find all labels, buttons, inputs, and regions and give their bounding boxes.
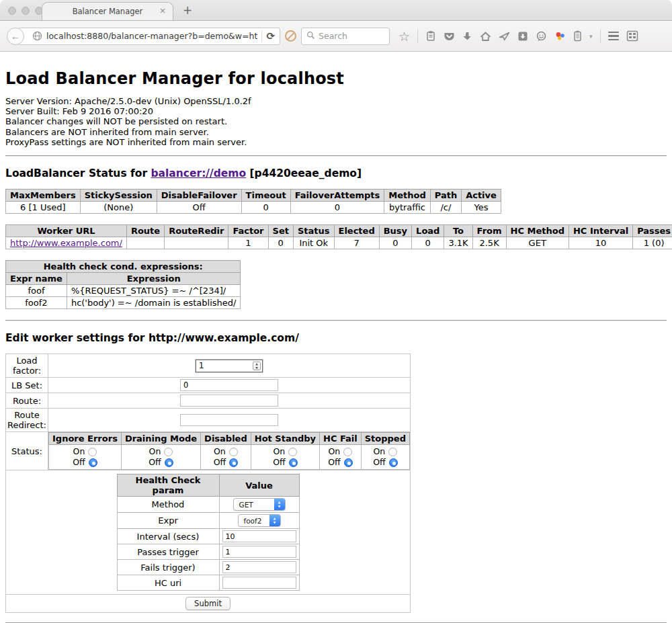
table-cell xyxy=(165,237,228,249)
on-label: On xyxy=(214,446,226,457)
column-header: Load xyxy=(412,225,444,237)
form-row: LB Set: xyxy=(6,378,411,393)
status-on-radio[interactable] xyxy=(343,448,352,456)
text-field[interactable] xyxy=(222,561,296,573)
text-field[interactable] xyxy=(180,379,278,391)
worker-url-link[interactable]: http://www.example.com/ xyxy=(10,238,122,248)
status-on-radio[interactable] xyxy=(229,448,238,456)
download-icon[interactable] xyxy=(462,31,472,42)
search-field[interactable]: Search xyxy=(301,28,390,45)
tab-title: Balancer Manager xyxy=(73,7,143,16)
column-header: RouteRedir xyxy=(165,225,228,237)
off-label: Off xyxy=(373,457,385,468)
menu-icon[interactable] xyxy=(608,32,619,41)
status-on-radio[interactable] xyxy=(288,448,297,456)
reading-list-icon[interactable] xyxy=(573,30,582,42)
expr-name-cell: foof xyxy=(6,285,67,297)
status-off-radio[interactable] xyxy=(344,458,353,467)
table-cell: 1 xyxy=(228,237,268,249)
table-row: http://www.example.com/ 1 0 Init Ok 7 0 … xyxy=(6,237,672,249)
field-label: Route: xyxy=(6,393,48,409)
table-cell: 0 xyxy=(412,237,444,249)
table-cell: (None) xyxy=(80,202,157,214)
table-row: foof %{REQUEST_STATUS} =~ /^[234]/ xyxy=(6,285,241,297)
status-off-radio[interactable] xyxy=(165,458,173,467)
table-cell: 10 xyxy=(569,237,632,249)
text-field[interactable] xyxy=(222,577,296,589)
table-cell: 1 (0) xyxy=(633,237,672,249)
field-label: Load factor: xyxy=(6,354,48,378)
server-info: Server Version: Apache/2.5.0-dev (Unix) … xyxy=(5,96,667,147)
table-cell: 0 xyxy=(290,202,384,214)
text-field[interactable] xyxy=(222,530,296,542)
home-icon[interactable] xyxy=(480,31,491,42)
new-tab-button[interactable]: + xyxy=(183,2,198,20)
chevron-down-icon[interactable]: ▾ xyxy=(589,33,593,40)
method-select[interactable]: GET ▲▼ xyxy=(233,498,286,511)
expr-select[interactable]: foof2 ▲▼ xyxy=(238,514,281,527)
close-tab-icon[interactable]: × xyxy=(159,7,166,15)
off-label: Off xyxy=(149,457,161,468)
text-field[interactable] xyxy=(180,414,278,426)
divider xyxy=(5,155,667,157)
form-row: Load factor: ▲▼ xyxy=(6,354,411,378)
status-on-radio[interactable] xyxy=(388,448,397,456)
status-off-radio[interactable] xyxy=(229,458,238,467)
status-column-header: Ignore Errors xyxy=(49,433,122,445)
on-label: On xyxy=(328,446,340,457)
text-field[interactable] xyxy=(222,546,296,558)
status-off-radio[interactable] xyxy=(289,458,298,467)
submit-button[interactable]: Submit xyxy=(185,597,230,610)
column-header: Worker URL xyxy=(6,225,127,237)
field-label: Expr xyxy=(117,513,219,529)
column-header: Factor xyxy=(228,225,268,237)
status-radio-cell: On Off xyxy=(361,445,409,470)
bookmark-star-icon[interactable]: ☆ xyxy=(398,30,410,42)
content-blocker-icon[interactable] xyxy=(285,30,296,42)
on-label: On xyxy=(73,446,85,457)
submit-row: Submit xyxy=(6,595,411,613)
table-row: foof2 hc('body') =~ /domain is establish… xyxy=(6,297,241,309)
column-header: DisableFailover xyxy=(157,190,241,202)
health-expressions-table: Health check cond. expressions: Expr nam… xyxy=(5,260,241,309)
form-row: Route: xyxy=(6,393,411,409)
table-cell: 7 xyxy=(334,237,379,249)
close-window-button[interactable] xyxy=(8,7,16,15)
save-page-icon[interactable] xyxy=(517,31,528,42)
status-on-radio[interactable] xyxy=(88,448,97,456)
status-off-radio[interactable] xyxy=(89,458,97,467)
form-row: Method GET ▲▼ xyxy=(117,497,299,513)
column-header: To xyxy=(444,225,472,237)
send-icon[interactable] xyxy=(499,31,510,42)
health-check-table: Health Check param Value Method GET xyxy=(117,474,300,591)
on-label: On xyxy=(373,446,385,457)
tab-grid-icon[interactable] xyxy=(626,30,638,42)
table-cell: 0 xyxy=(268,237,293,249)
clipboard-icon[interactable] xyxy=(425,30,436,42)
status-off-radio[interactable] xyxy=(389,458,398,467)
text-field[interactable] xyxy=(180,394,278,407)
chat-smiley-icon[interactable] xyxy=(536,31,547,42)
column-header: Passes xyxy=(633,225,672,237)
colored-dots-icon[interactable] xyxy=(554,31,566,42)
url-text[interactable]: localhost:8880/balancer-manager?b=demo&w… xyxy=(46,31,257,41)
column-header: FailoverAttempts xyxy=(290,190,384,202)
back-button[interactable]: ← xyxy=(7,28,24,45)
off-label: Off xyxy=(214,457,226,468)
expr-name-cell: foof2 xyxy=(6,297,67,309)
status-on-radio[interactable] xyxy=(164,448,173,456)
url-bar[interactable]: localhost:8880/balancer-manager?b=demo&w… xyxy=(18,28,280,45)
on-label: On xyxy=(273,446,285,457)
toolbar-divider xyxy=(417,30,418,43)
number-stepper-icon[interactable]: ▲▼ xyxy=(253,362,261,370)
balancer-link[interactable]: balancer://demo xyxy=(151,167,246,179)
minimize-window-button[interactable] xyxy=(22,7,30,15)
reload-icon[interactable]: ⟳ xyxy=(266,30,275,42)
column-header: Active xyxy=(462,190,501,202)
server-info-line: Server Built: Feb 9 2016 07:00:20 xyxy=(5,106,667,116)
url-divider xyxy=(261,30,262,42)
page-content: Load Balancer Manager for localhost Serv… xyxy=(0,52,672,623)
browser-tab[interactable]: Balancer Manager × xyxy=(42,2,173,20)
pocket-icon[interactable] xyxy=(444,31,455,42)
search-icon xyxy=(306,31,315,42)
